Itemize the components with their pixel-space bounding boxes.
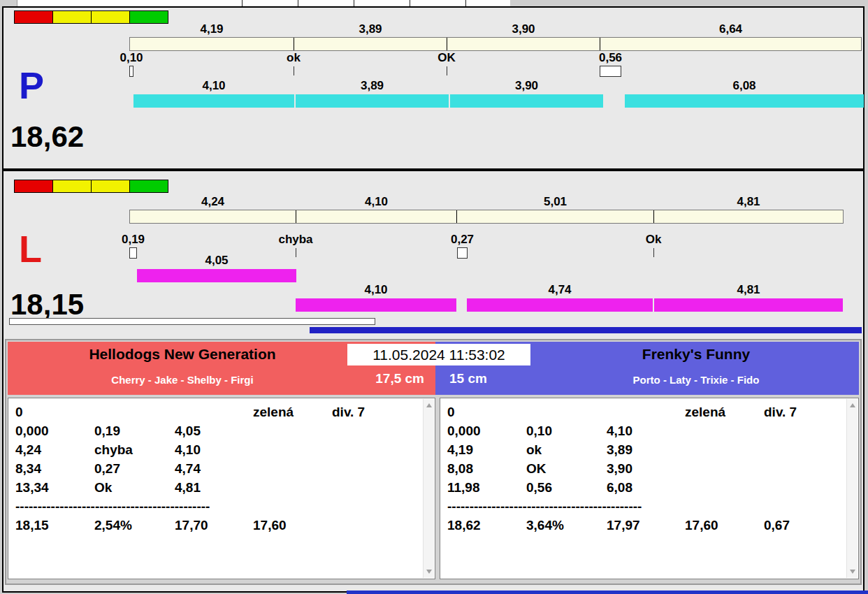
separator-row: ----------------------------------------… xyxy=(447,497,858,516)
split-time-label: 4,19 xyxy=(200,22,223,36)
run-gap xyxy=(129,298,296,312)
result-cell xyxy=(332,440,435,459)
result-row: 4,19ok3,89 xyxy=(447,440,858,459)
result-cell: 8,34 xyxy=(15,459,94,478)
light-cell xyxy=(14,10,53,24)
result-cell: 13,34 xyxy=(15,478,94,497)
result-cell xyxy=(685,478,764,497)
scroll-down-icon[interactable] xyxy=(426,570,432,574)
result-cell: 18,15 xyxy=(15,516,94,535)
plan-segment: 4,10 xyxy=(296,210,457,223)
team-right-results-panel: 0zelenádiv. 70,0000,104,104,19ok3,898,08… xyxy=(440,398,859,579)
progress-bar xyxy=(310,327,862,333)
progress-track xyxy=(9,318,375,325)
plan-segment: 4,24 xyxy=(130,210,296,223)
lane-l-total-time: 18,15 xyxy=(10,290,84,319)
result-cell xyxy=(607,403,685,421)
fault-duration-box xyxy=(129,66,133,77)
result-cell: 11,98 xyxy=(447,478,526,497)
result-cell xyxy=(685,440,764,459)
lane-l: L 18,15 4,244,105,014,81 0,19chyba0,27Ok… xyxy=(3,171,863,329)
result-cell: zelená xyxy=(253,403,332,421)
result-cell: 4,10 xyxy=(175,440,253,459)
result-cell: 4,81 xyxy=(175,478,253,497)
result-cell xyxy=(332,478,435,497)
result-cell xyxy=(764,459,858,478)
plan-segment: 5,01 xyxy=(457,210,654,223)
marker-label: 0,56 xyxy=(599,51,622,65)
ruler-tick xyxy=(242,0,243,6)
marker-label: 0,19 xyxy=(122,233,145,247)
lane-p-run-bar: 4,103,893,906,08 xyxy=(129,94,864,108)
result-cell: 17,60 xyxy=(685,516,764,535)
result-cell: 0,56 xyxy=(526,478,607,497)
result-cell: 0,000 xyxy=(15,421,94,440)
scrollbar[interactable] xyxy=(846,399,858,578)
result-cell: 0 xyxy=(15,403,94,421)
scrollbar[interactable] xyxy=(423,399,434,578)
team-left-dogs: Cherry - Jake - Shelby - Firgi xyxy=(8,374,357,386)
result-cell xyxy=(685,421,764,440)
result-cell: 3,89 xyxy=(607,440,685,459)
result-cell xyxy=(685,459,764,478)
split-time-label: 4,10 xyxy=(365,195,388,209)
result-cell xyxy=(764,440,858,459)
scroll-up-icon[interactable] xyxy=(426,403,432,407)
run-time-label: 3,89 xyxy=(361,79,384,93)
marker-tick xyxy=(294,66,294,75)
team-right-name: Frenky's Funny xyxy=(533,346,859,363)
team-left-results: 0zelenádiv. 70,0000,194,054,24chyba4,108… xyxy=(8,398,435,535)
scroll-up-icon[interactable] xyxy=(850,403,855,407)
result-row: 0zelenádiv. 7 xyxy=(15,403,435,421)
run-gap xyxy=(603,94,625,108)
result-cell xyxy=(764,421,858,440)
run-segment: 4,10 xyxy=(296,298,456,312)
datetime-display: 11.05.2024 11:53:02 xyxy=(347,344,530,365)
result-row: 18,623,64%17,9717,600,67 xyxy=(447,516,858,535)
result-cell: 0,10 xyxy=(526,421,607,440)
team-right-jump-height: 15 cm xyxy=(449,371,487,386)
ruler-tick xyxy=(354,0,354,6)
result-cell: 4,74 xyxy=(175,459,253,478)
fault-duration-box xyxy=(600,66,621,77)
result-cell xyxy=(332,421,435,440)
team-right-dogs: Porto - Laty - Trixie - Fido xyxy=(533,374,859,386)
run-time-label: 6,08 xyxy=(732,79,755,93)
result-cell xyxy=(332,516,435,535)
marker-label: chyba xyxy=(278,233,312,247)
result-row: 18,152,54%17,7017,60 xyxy=(15,516,435,535)
scoreboard: Hellodogs New Generation Cherry - Jake -… xyxy=(5,339,862,585)
start-lights xyxy=(14,10,168,24)
marker-tick xyxy=(447,66,447,75)
lane-p-letter: P xyxy=(19,66,44,104)
bottom-progress-strip xyxy=(347,591,868,594)
result-panels: 0zelenádiv. 70,0000,194,054,24chyba4,108… xyxy=(8,398,859,579)
result-cell: 17,70 xyxy=(175,516,253,535)
result-cell: 8,08 xyxy=(447,459,526,478)
result-cell: OK xyxy=(526,459,607,478)
top-edge-strip xyxy=(0,0,868,6)
lane-l-letter: L xyxy=(19,230,42,268)
result-cell xyxy=(253,478,332,497)
result-cell xyxy=(253,440,332,459)
marker-tick xyxy=(653,248,654,257)
result-row: 0zelenádiv. 7 xyxy=(447,403,858,421)
result-cell: chyba xyxy=(94,440,175,459)
result-cell xyxy=(764,478,858,497)
result-cell xyxy=(94,403,175,421)
run-gap xyxy=(129,269,137,282)
plan-segment: 3,89 xyxy=(294,38,447,50)
result-row: 11,980,566,08 xyxy=(447,478,858,497)
top-ruler xyxy=(17,0,510,6)
result-cell: 4,19 xyxy=(447,440,526,459)
scroll-down-icon[interactable] xyxy=(850,570,855,574)
team-left-results-panel: 0zelenádiv. 70,0000,194,054,24chyba4,108… xyxy=(8,398,435,579)
timing-window: P 18,62 4,193,893,906,64 0,10okOK0,56 4,… xyxy=(2,6,865,593)
result-cell: ok xyxy=(526,440,607,459)
result-cell xyxy=(332,459,435,478)
result-cell: 3,64% xyxy=(526,516,607,535)
scoreboard-header: Hellodogs New Generation Cherry - Jake -… xyxy=(8,342,859,395)
separator-row: ----------------------------------------… xyxy=(15,497,435,516)
team-left-name: Hellodogs New Generation xyxy=(8,346,357,363)
result-cell: 0,67 xyxy=(764,516,858,535)
